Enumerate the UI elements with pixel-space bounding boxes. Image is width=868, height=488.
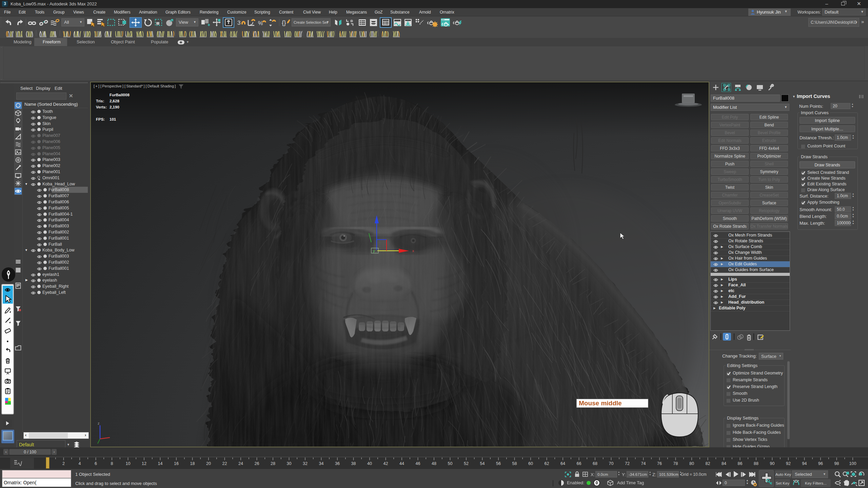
svg-text:{}: {} xyxy=(282,19,286,26)
svg-text:%: % xyxy=(258,20,263,26)
svg-text:z: z xyxy=(98,421,100,425)
svg-text:x: x xyxy=(412,249,414,253)
svg-text:3: 3 xyxy=(237,20,240,26)
svg-text:y: y xyxy=(373,249,375,253)
